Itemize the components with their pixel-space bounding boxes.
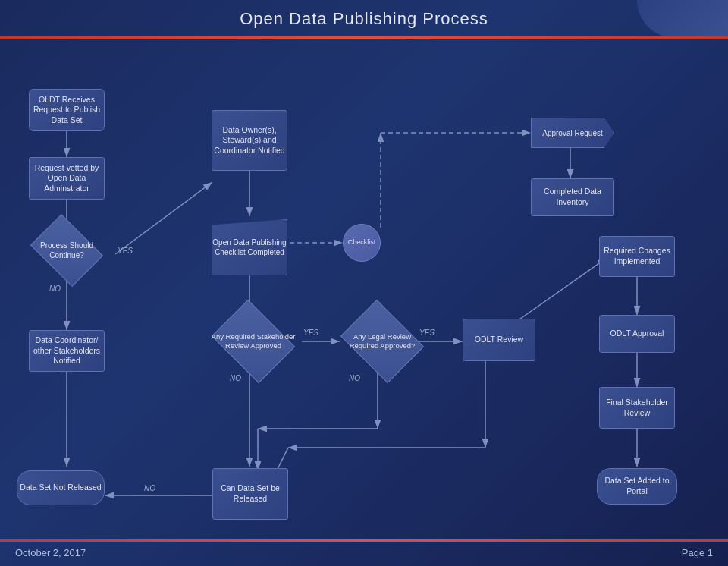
oldt-receives-node: OLDT Receives Request to Publish Data Se… — [29, 89, 105, 131]
required-changes-node: Required Changes Implemented — [599, 236, 675, 277]
page-title: Open Data Publishing Process — [0, 9, 728, 29]
bottom-border-line — [0, 539, 728, 542]
checklist-circle: Checklist — [343, 224, 381, 262]
process-continue-diamond: Process Should Continue? — [21, 224, 112, 277]
open-data-checklist-node: Open Data Publishing Checklist Completed — [212, 219, 287, 275]
label-no3: NO — [349, 374, 360, 382]
data-set-not-released-node: Data Set Not Released — [17, 470, 105, 505]
data-set-added-node: Data Set Added to Portal — [597, 468, 677, 505]
request-vetted-node: Request vetted by Open Data Adminstrator — [29, 157, 105, 200]
stakeholder-review-diamond: Any Required Stakeholder Review Approved — [205, 311, 302, 372]
data-coordinator-node: Data Coordinator/ other Stakeholders Not… — [29, 330, 105, 372]
final-stakeholder-node: Final Stakeholder Review — [599, 387, 675, 429]
data-owner-notified-node: Data Owner(s), Steward(s) and Coordinato… — [212, 110, 287, 171]
label-yes2: YES — [303, 329, 318, 337]
arrows-svg — [0, 42, 728, 537]
legal-review-diamond: Any Legal Review Required Approved? — [334, 311, 431, 372]
label-no4: NO — [144, 484, 155, 492]
label-no2: NO — [230, 374, 241, 382]
odlt-review-node: ODLT Review — [463, 319, 535, 361]
can-data-released-node: Can Data Set be Released — [212, 468, 288, 520]
approval-request-node: Approval Request — [531, 118, 614, 148]
label-no1: NO — [49, 285, 61, 293]
odlt-approval-node: ODLT Approval — [599, 315, 675, 353]
svg-line-17 — [510, 258, 607, 326]
completed-inventory-node: Completed Data Inventory — [531, 178, 614, 216]
top-border-line — [0, 36, 728, 39]
svg-line-3 — [115, 182, 212, 254]
footer-page: Page 1 — [682, 547, 713, 558]
flowchart-container: YES NO YES NO YES NO NO OLDT Receives Re… — [0, 42, 728, 537]
label-yes1: YES — [118, 247, 133, 255]
footer-date: October 2, 2017 — [15, 547, 86, 558]
